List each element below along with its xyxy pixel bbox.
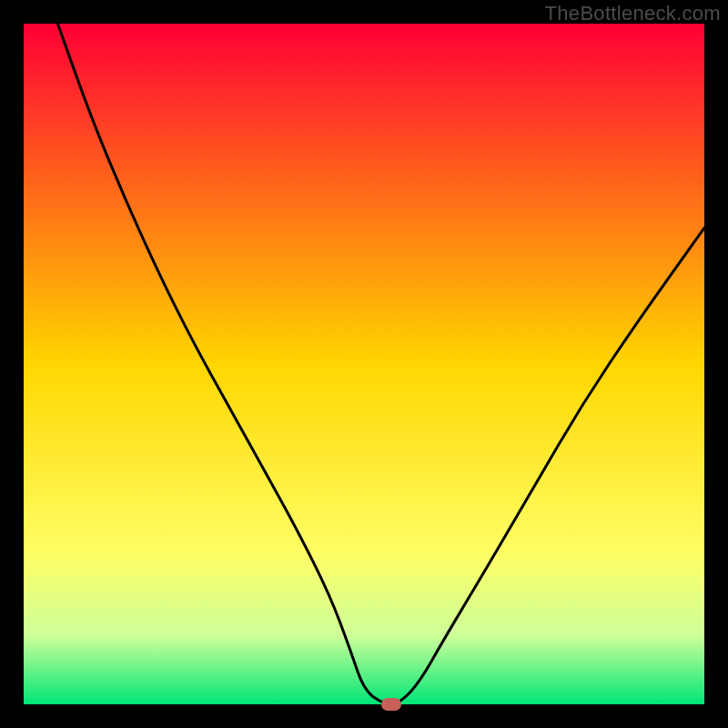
optimal-point-marker (381, 698, 401, 711)
gradient-background (24, 24, 704, 704)
chart-frame: TheBottleneck.com (0, 0, 728, 728)
watermark-text: TheBottleneck.com (545, 2, 721, 25)
plot-svg (24, 24, 704, 704)
plot-area (24, 24, 704, 704)
